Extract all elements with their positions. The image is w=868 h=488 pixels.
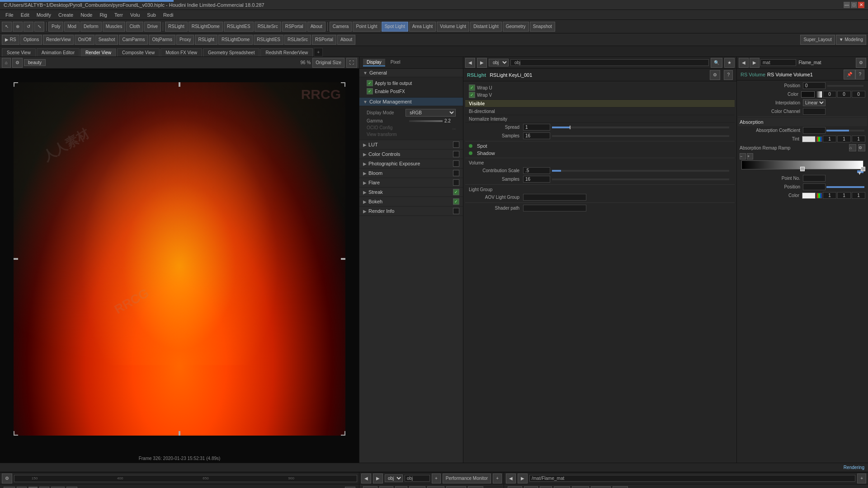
timeline-settings[interactable]: ⚙	[2, 474, 12, 483]
tint-r[interactable]: 1	[823, 136, 836, 142]
vol-color-wheel[interactable]	[816, 91, 822, 98]
ramp-color-b[interactable]: 1	[852, 192, 865, 199]
add-mat-btn[interactable]: Add	[508, 486, 522, 488]
color-controls-toggle[interactable]	[453, 151, 459, 157]
help-light-btn[interactable]: Help	[468, 486, 484, 488]
enable-postfx-toggle[interactable]: ✓	[367, 88, 373, 94]
next-frame-btn[interactable]: ▶|	[66, 487, 78, 488]
help-mat-btn[interactable]: Help	[613, 486, 628, 488]
ramp-color-swatch[interactable]	[802, 192, 816, 199]
add-light-btn[interactable]: Add	[363, 486, 377, 488]
ramp-plus-btn[interactable]: +	[747, 153, 753, 160]
section-flare[interactable]: ▶ Flare	[359, 178, 463, 188]
tab-render-view[interactable]: Render View	[80, 48, 116, 56]
channel-dropdown[interactable]: beauty	[24, 59, 46, 66]
rslighties2-btn[interactable]: RSLightIES	[254, 35, 283, 45]
display-tab[interactable]: Display	[363, 59, 385, 66]
bloom-toggle[interactable]	[453, 170, 459, 176]
tint-swatch[interactable]	[802, 136, 816, 142]
scale-tool[interactable]: ⤡	[34, 22, 44, 32]
ramp-gradient-bar[interactable]	[741, 160, 863, 169]
rotate-tool[interactable]: ↺	[24, 22, 33, 32]
bot-right-add[interactable]: +	[857, 474, 866, 483]
rslight2-btn[interactable]: RSLight	[195, 35, 217, 45]
campart-btn[interactable]: CamParms	[119, 35, 148, 45]
vol-position-slider[interactable]	[827, 85, 863, 87]
layout-light-btn[interactable]: Layout	[446, 486, 466, 488]
vol-settings[interactable]: ⚙	[856, 58, 866, 68]
rsportal2-btn[interactable]: RSPortal	[312, 35, 336, 45]
tab-add[interactable]: +	[314, 48, 323, 56]
spread-input[interactable]	[523, 124, 550, 131]
rslightdome2-btn[interactable]: RSLightDome	[218, 35, 253, 45]
section-color-mgmt[interactable]: ▼ Color Management	[359, 98, 463, 106]
absorption-coeff-input[interactable]: 5.18	[803, 127, 826, 134]
vol-fwd[interactable]: ▶	[750, 58, 760, 68]
absorption-coeff-slider[interactable]	[826, 130, 864, 131]
rslight-btn[interactable]: RSLight	[165, 22, 188, 32]
flare-toggle[interactable]	[453, 179, 459, 186]
play-btn[interactable]: ▶	[39, 487, 49, 488]
vol-color-b[interactable]: 0	[852, 91, 865, 98]
tab-redshift[interactable]: Redshift RenderView	[260, 48, 313, 56]
options-btn[interactable]: Options	[20, 35, 42, 45]
vol-color-swatch[interactable]	[801, 91, 815, 98]
vol-position-input[interactable]	[803, 82, 826, 89]
area-light-btn[interactable]: Area Light	[409, 22, 436, 32]
rsportal-btn[interactable]: RSPortal	[282, 22, 307, 32]
timeline-settings-btn[interactable]: ⚙	[345, 487, 355, 488]
modeling-btn[interactable]: ▼ Modeling	[836, 35, 866, 45]
section-streak[interactable]: ▶ Streak ✓	[359, 188, 463, 197]
tab-motion-fx[interactable]: Motion FX View	[160, 48, 202, 56]
lp-settings[interactable]: ⚙	[710, 70, 720, 80]
bot-right-back[interactable]: ◀	[506, 474, 516, 483]
bot-mid-back[interactable]: ◀	[361, 474, 371, 483]
drive-tool[interactable]: Drive	[144, 22, 161, 32]
minimize-button[interactable]: —	[844, 2, 850, 8]
performance-btn[interactable]: Performance Monitor	[443, 474, 491, 483]
mod-tool[interactable]: Mod	[64, 22, 79, 32]
ramp-minus-btn[interactable]: −	[740, 153, 746, 160]
layout-mat-btn[interactable]: Layout	[591, 486, 611, 488]
distant-light-btn[interactable]: Distant Light	[470, 22, 502, 32]
muscle-tool[interactable]: Muscles	[103, 22, 126, 32]
menu-redi[interactable]: Redi	[160, 11, 177, 19]
aov-input[interactable]	[523, 194, 586, 201]
wrap-v-toggle[interactable]: ✓	[469, 92, 475, 98]
menu-node[interactable]: Node	[77, 11, 96, 19]
ramp-color-g[interactable]: 1	[837, 192, 851, 199]
menu-create[interactable]: Create	[55, 11, 77, 19]
lp-search[interactable]: 🔍	[711, 58, 722, 68]
ramp-handle-mid[interactable]	[800, 167, 805, 171]
ramp-settings-btn[interactable]: ⚙	[858, 144, 865, 151]
menu-edit[interactable]: Edit	[17, 11, 33, 19]
add-node-btn[interactable]: +	[432, 474, 441, 483]
snapshot-btn[interactable]: Snapshot	[530, 22, 555, 32]
lp-path-input[interactable]: obj	[510, 59, 709, 66]
menu-sub[interactable]: Sub	[143, 11, 160, 19]
view-mat-btn[interactable]: View	[554, 486, 570, 488]
section-general[interactable]: ▼ General	[359, 69, 463, 77]
section-photo-exposure[interactable]: ▶ Photographic Exposure	[359, 159, 463, 169]
section-lut[interactable]: ▶ LUT	[359, 140, 463, 150]
bot-mid-fwd[interactable]: ▶	[373, 474, 383, 483]
move-tool[interactable]: ⊕	[13, 22, 23, 32]
vol-pin[interactable]: 📌	[844, 70, 855, 80]
ramp-color-wheel[interactable]	[816, 193, 822, 198]
about-btn[interactable]: About	[307, 22, 326, 32]
edit-light-btn[interactable]: Edit	[379, 486, 393, 488]
ramp-handle-end[interactable]	[861, 167, 865, 171]
menu-terr[interactable]: Terr	[111, 11, 127, 19]
render-info-toggle[interactable]	[453, 208, 459, 214]
stop-btn[interactable]: ■	[28, 487, 38, 488]
ramp-home-btn[interactable]: ⌂	[849, 144, 856, 151]
menu-volu[interactable]: Volu	[127, 11, 143, 19]
poly-tool[interactable]: Poly	[48, 22, 63, 32]
samples-slider[interactable]	[552, 135, 729, 137]
vol-color-channel-input[interactable]	[803, 108, 826, 115]
section-bloom[interactable]: ▶ Bloom	[359, 169, 463, 178]
shader-path-input[interactable]	[523, 205, 586, 211]
tab-scene-view[interactable]: Scene View	[2, 48, 36, 56]
vol-samples-input[interactable]	[523, 176, 550, 183]
section-render-info[interactable]: ▶ Render Info	[359, 206, 463, 216]
